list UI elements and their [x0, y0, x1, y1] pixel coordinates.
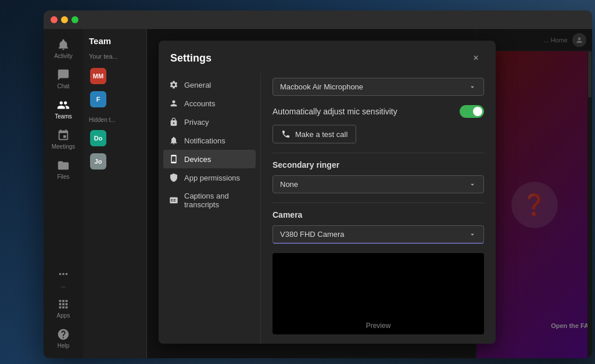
teams-list: MM F	[83, 63, 146, 112]
settings-nav-captions[interactable]: Captions and transcripts	[163, 187, 256, 214]
app-body: Activity Chat Teams Meetings Files ...	[44, 29, 592, 358]
divider-2	[273, 203, 484, 203]
sidebar-label-teams: Teams	[55, 113, 71, 120]
settings-close-button[interactable]: ×	[468, 50, 484, 66]
sidebar-item-more[interactable]: ...	[44, 263, 83, 293]
settings-nav: General Accounts Privacy	[159, 73, 260, 344]
sidebar-item-meetings[interactable]: Meetings	[44, 124, 83, 154]
sidebar-label-help: Help	[58, 343, 70, 349]
auto-mic-row: Automatically adjust mic sensitivity	[273, 105, 484, 118]
settings-content: Macbook Air Microphone Automatically adj…	[260, 73, 496, 344]
nav-label-accounts: Accounts	[184, 99, 215, 108]
nav-label-privacy: Privacy	[184, 118, 209, 127]
team-avatar-1: F	[90, 91, 106, 107]
test-call-button[interactable]: Make a test call	[273, 125, 356, 143]
sidebar-item-chat[interactable]: Chat	[44, 64, 83, 94]
close-button[interactable]	[51, 16, 58, 23]
sidebar-item-help[interactable]: Help	[44, 323, 83, 354]
secondary-ringer-row: None	[273, 175, 484, 193]
camera-select-row: V380 FHD Camera	[273, 225, 484, 244]
preview-label: Preview	[366, 322, 391, 330]
nav-label-captions: Captions and transcripts	[184, 192, 250, 209]
hidden-team-item-1[interactable]: Jo	[87, 151, 143, 172]
camera-dropdown[interactable]: V380 FHD Camera	[273, 225, 484, 244]
settings-nav-accounts[interactable]: Accounts	[163, 94, 256, 113]
window-controls	[51, 16, 78, 23]
nav-label-devices: Devices	[184, 155, 211, 164]
sidebar-item-files[interactable]: Files	[44, 154, 83, 185]
secondary-ringer-value: None	[280, 180, 298, 189]
auto-mic-label: Automatically adjust mic sensitivity	[273, 107, 397, 116]
hidden-teams-list: Do Jo	[83, 125, 146, 174]
sidebar-label-chat: Chat	[57, 83, 69, 89]
sidebar-label-files: Files	[57, 174, 69, 180]
app-window: Activity Chat Teams Meetings Files ...	[44, 10, 592, 358]
teams-content: Settings × General Accounts	[147, 29, 592, 358]
test-call-label: Make a test call	[295, 130, 347, 139]
settings-header: Settings ×	[159, 41, 496, 73]
sidebar-label-meetings: Meetings	[52, 143, 76, 150]
sidebar-label-more: ...	[61, 282, 66, 289]
settings-nav-devices[interactable]: Devices	[163, 150, 256, 168]
mic-select-row: Macbook Air Microphone	[273, 78, 484, 96]
nav-label-general: General	[184, 81, 211, 89]
auto-mic-toggle[interactable]	[460, 105, 484, 118]
secondary-ringer-dropdown[interactable]: None	[273, 175, 484, 193]
secondary-ringer-label: Secondary ringer	[273, 160, 484, 170]
teams-panel: Team Your tea... MM F Hidden t... Do Jo	[83, 29, 147, 358]
hidden-team-avatar-1: Jo	[90, 153, 106, 170]
your-teams-label: Your tea...	[83, 51, 146, 63]
team-item-0[interactable]: MM	[87, 66, 143, 87]
nav-label-notifications: Notifications	[184, 136, 225, 145]
team-avatar-0: MM	[90, 68, 106, 84]
sidebar-label-activity: Activity	[54, 53, 73, 59]
modal-overlay: Settings × General Accounts	[147, 29, 592, 358]
hidden-team-avatar-0: Do	[90, 130, 106, 146]
hidden-teams-label: Hidden t...	[83, 112, 146, 125]
toggle-thumb	[473, 107, 482, 116]
settings-nav-general[interactable]: General	[163, 75, 256, 94]
sidebar-item-apps[interactable]: Apps	[44, 293, 83, 323]
camera-dropdown-value: V380 FHD Camera	[280, 230, 345, 239]
mic-dropdown[interactable]: Macbook Air Microphone	[273, 78, 484, 96]
maximize-button[interactable]	[71, 16, 78, 23]
nav-label-app-permissions: App permissions	[184, 174, 240, 182]
sidebar-item-teams[interactable]: Teams	[44, 94, 83, 124]
mic-dropdown-value: Macbook Air Microphone	[280, 82, 363, 91]
settings-title: Settings	[170, 52, 212, 64]
camera-section-label: Camera	[273, 210, 484, 219]
sidebar-label-apps: Apps	[57, 312, 70, 319]
settings-nav-notifications[interactable]: Notifications	[163, 131, 256, 150]
team-item-1[interactable]: F	[87, 89, 143, 110]
teams-panel-title: Team	[83, 29, 146, 51]
settings-modal: Settings × General Accounts	[159, 41, 496, 344]
camera-preview: Preview	[273, 253, 484, 334]
settings-nav-app-permissions[interactable]: App permissions	[163, 168, 256, 187]
minimize-button[interactable]	[61, 16, 68, 23]
hidden-team-item-0[interactable]: Do	[87, 128, 143, 149]
sidebar-narrow: Activity Chat Teams Meetings Files ...	[44, 29, 83, 358]
settings-body: General Accounts Privacy	[159, 73, 496, 344]
divider-1	[273, 153, 484, 153]
settings-nav-privacy[interactable]: Privacy	[163, 113, 256, 131]
sidebar-item-activity[interactable]: Activity	[44, 34, 83, 64]
titlebar	[44, 10, 592, 29]
